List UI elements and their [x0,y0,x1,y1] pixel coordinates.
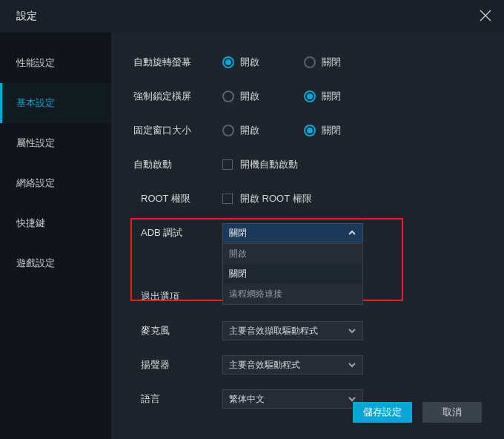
radio-icon [304,90,316,102]
row-auto-rotate: 自動旋轉螢幕 開啟 關閉 [133,52,482,73]
option-adb-on[interactable]: 開啟 [223,244,362,264]
sidebar-item-game[interactable]: 遊戲設定 [0,243,111,283]
label-fixed-window: 固定窗口大小 [133,124,222,137]
label-auto-rotate: 自動旋轉螢幕 [133,56,222,69]
radio-fixed-window-on[interactable]: 開啟 [222,124,259,137]
radio-auto-rotate-on[interactable]: 開啟 [222,56,259,69]
chevron-down-icon [348,326,357,335]
select-value: 關閉 [229,227,247,240]
radio-icon [222,56,234,68]
label-force-landscape: 強制鎖定橫屏 [133,90,222,103]
row-fixed-window: 固定窗口大小 開啟 關閉 [133,120,482,141]
label-adb: ADB 調試 [133,226,222,240]
close-icon [479,9,492,22]
close-button[interactable] [479,9,492,24]
radio-icon [304,56,316,68]
sidebar-item-label: 基本設定 [16,96,55,110]
row-auto-start: 自動啟動 開機自動啟動 [133,154,482,175]
chevron-up-icon [348,228,357,237]
settings-panel: 自動旋轉螢幕 開啟 關閉 強制鎖定橫屏 開啟 關閉 固定窗口大小 開啟 關閉 自… [111,33,504,439]
radio-icon [222,90,234,102]
sidebar-item-label: 屬性設定 [16,136,55,150]
checkbox-auto-start[interactable]: 開機自動啟動 [222,158,298,171]
select-value: 主要音效擷取驅動程式 [229,325,318,337]
sidebar: 性能設定 基本設定 屬性設定 網絡設定 快捷鍵 遊戲設定 [0,33,111,439]
footer-buttons: 儲存設定 取消 [353,402,482,423]
chevron-down-icon [348,360,357,369]
sidebar-item-label: 網絡設定 [16,176,55,190]
select-value: 繁体中文 [229,393,265,406]
sidebar-item-label: 遊戲設定 [16,257,55,270]
sidebar-item-label: 快捷鍵 [16,217,45,230]
row-force-landscape: 強制鎖定橫屏 開啟 關閉 [133,86,482,107]
dropdown-adb: 開啟 關閉 遠程網絡連接 [222,243,363,305]
label-auto-start: 自動啟動 [133,158,222,171]
radio-force-landscape-on[interactable]: 開啟 [222,90,259,103]
checkbox-icon [222,194,233,204]
label-language: 語言 [133,392,222,406]
radio-icon [222,125,234,136]
checkbox-root[interactable]: 開啟 ROOT 權限 [222,192,312,205]
option-adb-off[interactable]: 關閉 [223,264,362,284]
row-root: ROOT 權限 開啟 ROOT 權限 [133,188,482,209]
label-root: ROOT 權限 [133,192,222,205]
sidebar-item-performance[interactable]: 性能設定 [0,43,111,83]
label-mic: 麥克風 [133,324,222,337]
sidebar-item-properties[interactable]: 屬性設定 [0,123,111,163]
checkbox-icon [222,159,233,170]
sidebar-item-basic[interactable]: 基本設定 [0,83,111,123]
row-mic: 麥克風 主要音效擷取驅動程式 [133,320,482,341]
select-speaker[interactable]: 主要音效驅動程式 [222,355,363,374]
sidebar-item-network[interactable]: 網絡設定 [0,163,111,203]
save-button[interactable]: 儲存設定 [353,402,412,423]
sidebar-item-shortcuts[interactable]: 快捷鍵 [0,203,111,243]
select-language[interactable]: 繁体中文 [222,389,363,409]
cancel-button[interactable]: 取消 [422,402,482,423]
select-value: 主要音效驅動程式 [229,359,300,372]
select-adb[interactable]: 關閉 開啟 關閉 遠程網絡連接 [222,223,363,242]
window-title: 設定 [16,10,37,23]
select-mic[interactable]: 主要音效擷取驅動程式 [222,321,363,340]
radio-auto-rotate-off[interactable]: 關閉 [304,56,341,69]
row-speaker: 揚聲器 主要音效驅動程式 [133,354,482,375]
label-exit-option: 退出選項 [133,290,222,303]
row-adb: ADB 調試 關閉 開啟 關閉 遠程網絡連接 [133,222,482,243]
titlebar: 設定 [0,0,504,33]
radio-fixed-window-off[interactable]: 關閉 [304,124,341,137]
label-speaker: 揚聲器 [133,358,222,372]
radio-force-landscape-off[interactable]: 關閉 [304,90,341,103]
option-adb-remote[interactable]: 遠程網絡連接 [223,284,362,304]
radio-icon [304,125,316,136]
sidebar-item-label: 性能設定 [16,56,55,70]
